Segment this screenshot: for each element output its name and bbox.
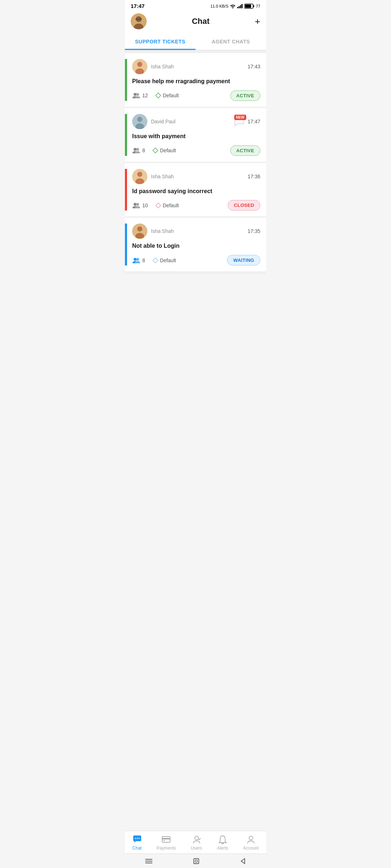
ticket-header: Isha Shah 17:43 xyxy=(132,59,260,74)
ticket-footer-1: 12 Default ACTIVE xyxy=(132,90,260,101)
svg-point-33 xyxy=(136,203,139,206)
status-badge-3: CLOSED xyxy=(228,200,260,210)
ticket-count-1: 12 xyxy=(132,93,148,98)
svg-point-14 xyxy=(137,62,142,67)
svg-rect-2 xyxy=(240,5,241,8)
tabs-container: SUPPORT TICKETS AGENT CHATS xyxy=(125,34,266,50)
ticket-tag-1: Default xyxy=(155,93,223,98)
header: Chat + xyxy=(125,10,266,34)
people-icon xyxy=(132,93,140,98)
ticket-meta-right-2: NEW 17:47 xyxy=(234,117,260,126)
ticket-user: Isha Shah xyxy=(132,59,174,74)
svg-point-41 xyxy=(136,258,139,261)
ticket-card-3[interactable]: Isha Shah 17:36 Id password saying incor… xyxy=(125,163,266,217)
diamond-icon-3 xyxy=(155,203,161,208)
ticket-footer-4: 8 Default WAITING xyxy=(132,255,260,265)
diamond-icon-4 xyxy=(152,258,158,263)
tab-support-tickets[interactable]: SUPPORT TICKETS xyxy=(125,34,196,50)
svg-point-32 xyxy=(134,203,136,206)
ticket-content-2: David Paul NEW 17:47 Issue with payment xyxy=(132,114,260,156)
svg-point-40 xyxy=(134,258,136,261)
svg-marker-44 xyxy=(153,258,158,263)
ticket-message-3: Id password saying incorrect xyxy=(132,188,260,195)
ticket-footer-2: 8 Default ACTIVE xyxy=(132,145,260,156)
ticket-content-4: Isha Shah 17:35 Not able to Login 8 xyxy=(132,224,260,265)
user-avatar-4 xyxy=(132,224,147,239)
ticket-user-2: David Paul xyxy=(132,114,176,129)
tab-agent-chats[interactable]: AGENT CHATS xyxy=(196,34,266,50)
status-bar: 17:47 11.0 KB/S 77 xyxy=(125,0,266,10)
ticket-time-4: 17:35 xyxy=(248,228,260,234)
ticket-card-4[interactable]: Isha Shah 17:35 Not able to Login 8 xyxy=(125,218,266,271)
svg-marker-28 xyxy=(153,148,158,153)
svg-point-17 xyxy=(136,93,139,96)
ticket-card[interactable]: Isha Shah 17:43 Please help me rragradin… xyxy=(125,53,266,107)
ticket-message-1: Please help me rragrading payment xyxy=(132,78,260,85)
ticket-message-2: Issue with payment xyxy=(132,133,260,140)
user-name-3: Isha Shah xyxy=(151,174,174,179)
network-speed: 11.0 KB/S xyxy=(210,4,228,8)
ticket-border-blue xyxy=(125,224,127,265)
ticket-user-4: Isha Shah xyxy=(132,224,174,239)
svg-rect-6 xyxy=(245,4,251,8)
people-icon-3 xyxy=(132,203,140,208)
svg-point-30 xyxy=(137,172,142,177)
status-badge-2: ACTIVE xyxy=(230,145,260,156)
user-avatar-2 xyxy=(132,114,147,129)
ticket-footer-3: 10 Default CLOSED xyxy=(132,200,260,210)
status-icons: 11.0 KB/S 77 xyxy=(210,4,260,9)
add-button[interactable]: + xyxy=(255,16,260,27)
svg-point-22 xyxy=(137,117,142,122)
ticket-count-2: 8 xyxy=(132,148,145,153)
ticket-header-3: Isha Shah 17:36 xyxy=(132,169,260,184)
ticket-time-1: 17:43 xyxy=(248,64,260,69)
status-time: 17:47 xyxy=(131,3,144,9)
ticket-border-green xyxy=(125,59,127,101)
ticket-border-red xyxy=(125,169,127,211)
ticket-header-4: Isha Shah 17:35 xyxy=(132,224,260,239)
svg-point-25 xyxy=(136,148,139,151)
diamond-icon xyxy=(155,93,161,98)
ticket-list: Isha Shah 17:43 Please help me rragradin… xyxy=(125,50,266,274)
user-avatar[interactable] xyxy=(131,13,147,29)
avatar-image xyxy=(131,13,147,29)
svg-marker-20 xyxy=(156,93,161,98)
battery-level: 77 xyxy=(256,4,260,8)
people-icon-2 xyxy=(132,148,140,153)
battery-icon xyxy=(244,4,255,9)
people-icon-4 xyxy=(132,258,140,263)
ticket-header-2: David Paul NEW 17:47 xyxy=(132,114,260,129)
ticket-tag-4: Default xyxy=(152,258,220,263)
new-badge-wrapper: NEW xyxy=(234,117,245,126)
ticket-message-4: Not able to Login xyxy=(132,242,260,250)
svg-rect-0 xyxy=(237,7,238,8)
page-title: Chat xyxy=(192,17,210,26)
wifi-icon xyxy=(230,4,236,8)
svg-point-16 xyxy=(134,93,136,96)
svg-rect-3 xyxy=(241,4,243,8)
user-avatar-3 xyxy=(132,169,147,184)
ticket-time-3: 17:36 xyxy=(248,174,260,179)
ticket-time-2: 17:47 xyxy=(248,119,260,124)
ticket-card-2[interactable]: David Paul NEW 17:47 Issue with payment xyxy=(125,108,266,162)
ticket-count-4: 8 xyxy=(132,258,145,263)
status-badge-1: ACTIVE xyxy=(230,90,260,101)
diamond-icon-2 xyxy=(152,148,158,153)
svg-marker-36 xyxy=(156,203,161,208)
ticket-border-green-2 xyxy=(125,114,127,156)
user-name-1: Isha Shah xyxy=(151,64,174,69)
ticket-count-3: 10 xyxy=(132,203,148,208)
user-name-2: David Paul xyxy=(151,119,176,124)
ticket-tag-2: Default xyxy=(152,148,223,153)
ticket-content: Isha Shah 17:43 Please help me rragradin… xyxy=(132,59,260,101)
signal-icon xyxy=(237,4,243,8)
svg-rect-1 xyxy=(239,6,240,8)
ticket-content-3: Isha Shah 17:36 Id password saying incor… xyxy=(132,169,260,211)
status-badge-4: WAITING xyxy=(227,255,260,265)
user-name-4: Isha Shah xyxy=(151,228,174,234)
svg-point-24 xyxy=(134,148,136,151)
ticket-tag-3: Default xyxy=(155,203,220,208)
svg-rect-5 xyxy=(253,5,254,7)
user-avatar-1 xyxy=(132,59,147,74)
new-badge: NEW xyxy=(234,115,246,120)
